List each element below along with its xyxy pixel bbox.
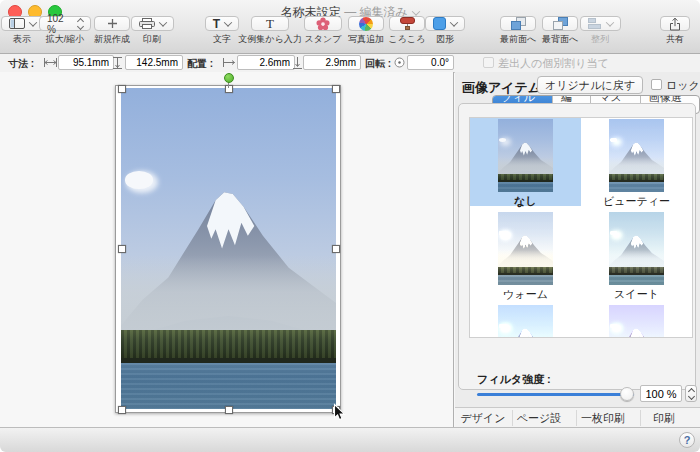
x-position-icon <box>223 58 236 67</box>
toolbar-roller[interactable]: ころころ <box>385 16 429 46</box>
reset-original-button[interactable]: オリジナルに戻す <box>537 76 643 94</box>
height-measure-icon <box>113 57 122 69</box>
y-position-icon <box>293 57 302 69</box>
filter-thumbnail <box>498 119 553 192</box>
toolbar-label: 新規作成 <box>94 33 130 46</box>
app-window: 名称未設定 — 編集済み 表示 102 % 拡大/縮小 新規作成 <box>0 0 700 452</box>
photo-haze <box>498 157 553 176</box>
filter-label: ビューティー <box>581 194 692 209</box>
filter-label: ウォーム <box>470 287 581 302</box>
photo-lake <box>498 275 553 285</box>
toolbar-label: 最背面へ <box>542 33 578 46</box>
toolbar-new-document[interactable]: 新規作成 <box>90 16 134 46</box>
toolbar-bring-to-front[interactable]: 最前面へ <box>496 16 540 46</box>
single-print-button[interactable]: 一枚印刷 <box>581 411 625 426</box>
titlebar: 名称未設定 — 編集済み 表示 102 % 拡大/縮小 新規作成 <box>0 0 700 54</box>
toolbar-add-photo[interactable]: 写真追加 <box>344 16 388 46</box>
panel-bottom-buttons: デザイン設定 ページ設定 一枚印刷 印刷 <box>455 407 700 428</box>
toolbar-print[interactable]: 印刷 <box>132 16 172 46</box>
toolbar-label: 文例集から入力 <box>238 33 301 46</box>
filter-thumbnail <box>498 305 553 338</box>
toolbar-label: 最前面へ <box>500 33 536 46</box>
filter-option-beauty[interactable]: ビューティー <box>581 118 692 191</box>
rotation-label: 回転 : <box>365 57 391 71</box>
toolbar-label: 整列 <box>591 33 609 46</box>
send-back-icon <box>553 17 568 30</box>
y-position-field[interactable] <box>303 55 361 70</box>
filter-label: スイート <box>581 287 692 302</box>
width-field[interactable] <box>58 55 114 70</box>
photos-pinwheel-icon <box>359 17 373 31</box>
size-label: 寸法 : <box>8 57 34 71</box>
filter-option-5[interactable] <box>470 304 581 338</box>
toolbar-view[interactable]: 表示 <box>2 16 42 46</box>
filter-option-6[interactable] <box>581 304 692 338</box>
status-bar: ? <box>0 427 700 452</box>
handle-top-center[interactable] <box>225 85 233 93</box>
text-T-icon: T <box>213 18 220 30</box>
toolbar-label: 図形 <box>436 33 454 46</box>
toolbar-label: スタンプ <box>305 33 342 46</box>
share-icon <box>669 17 681 31</box>
chevron-down-icon <box>605 18 613 26</box>
chevron-down-icon <box>224 18 232 26</box>
photo-lake <box>609 275 664 285</box>
inspector-panel: 画像アイテム オリジナルに戻す ロック フィルタ 編集 マスク 画像選択 なし <box>455 72 700 427</box>
x-position-field[interactable] <box>237 55 295 70</box>
handle-top-right[interactable] <box>332 85 340 93</box>
filter-thumbnail <box>609 119 664 192</box>
separator <box>512 410 513 426</box>
photo-haze <box>609 250 664 269</box>
filter-strength-field[interactable] <box>640 385 682 402</box>
filter-strength-stepper[interactable] <box>685 385 697 402</box>
flower-stamp-icon <box>316 17 330 31</box>
paint-roller-icon <box>400 17 415 30</box>
rotation-icon <box>394 57 405 68</box>
rotation-field[interactable] <box>407 55 454 70</box>
toolbar-label: 印刷 <box>143 33 161 46</box>
rotation-handle[interactable] <box>224 73 234 83</box>
handle-middle-left[interactable] <box>118 245 126 253</box>
stepper-icon <box>78 19 83 29</box>
lock-checkbox[interactable] <box>651 79 662 90</box>
handle-bottom-left[interactable] <box>118 406 126 414</box>
slider-track[interactable] <box>477 393 634 396</box>
filter-option-none[interactable]: なし <box>470 118 581 206</box>
placed-photo-item[interactable] <box>121 88 336 409</box>
help-button[interactable]: ? <box>679 432 695 448</box>
lock-label: ロック <box>666 78 700 93</box>
handle-bottom-center[interactable] <box>225 406 233 414</box>
toolbar-phrase-input[interactable]: T 文例集から入力 <box>234 16 306 46</box>
toolbar-label: 共有 <box>666 33 684 46</box>
filter-strength-slider[interactable] <box>477 391 634 398</box>
zoom-value: 102 % <box>47 13 73 35</box>
chevron-down-icon <box>158 18 166 26</box>
toolbar-shape[interactable]: 図形 <box>425 16 465 46</box>
filter-strength-label: フィルタ強度 : <box>477 372 551 387</box>
shape-square-icon <box>433 17 446 30</box>
photo-treeline <box>121 330 336 358</box>
filter-thumbnail <box>609 305 664 338</box>
filter-thumbnail <box>609 212 664 285</box>
position-label: 配置 : <box>187 57 213 71</box>
toolbar-label: 表示 <box>13 33 31 46</box>
title-chevron-icon[interactable] <box>412 7 420 15</box>
toolbar-stamp[interactable]: スタンプ <box>299 16 347 46</box>
toolbar-share[interactable]: 共有 <box>655 16 695 46</box>
handle-middle-right[interactable] <box>332 245 340 253</box>
filter-list: なし ビューティー ウォーム <box>469 117 693 338</box>
filter-option-sweet[interactable]: スイート <box>581 211 692 284</box>
print-button[interactable]: 印刷 <box>647 411 681 426</box>
bring-front-icon <box>511 17 526 30</box>
toolbar-zoom-scale[interactable]: 102 % 拡大/縮小 <box>39 16 91 46</box>
design-canvas[interactable] <box>0 72 454 427</box>
handle-top-left[interactable] <box>118 85 126 93</box>
toolbar-send-to-back[interactable]: 最背面へ <box>538 16 582 46</box>
height-field[interactable] <box>125 55 183 70</box>
filter-option-warm[interactable]: ウォーム <box>470 211 581 284</box>
chevron-down-icon <box>28 18 36 26</box>
handle-bottom-right[interactable] <box>332 406 340 414</box>
toolbar-label: 拡大/縮小 <box>46 33 85 46</box>
chevron-down-icon <box>450 18 458 26</box>
slider-knob[interactable] <box>620 387 634 401</box>
